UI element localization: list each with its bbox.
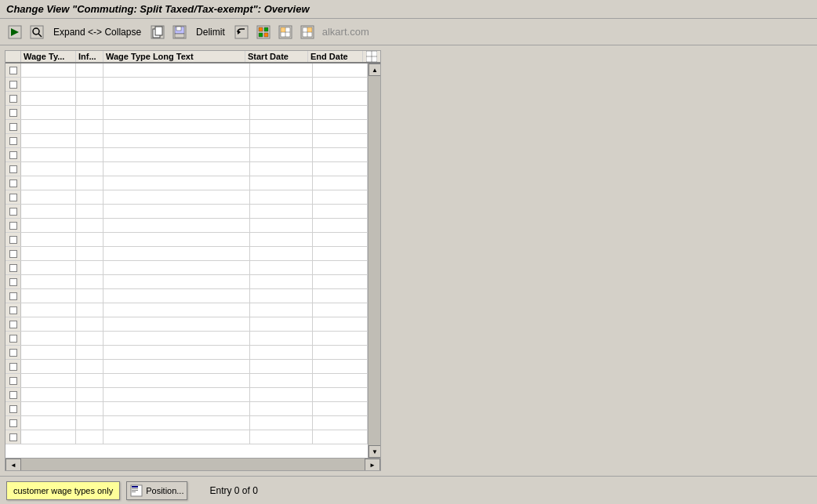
undo-button[interactable]: [231, 23, 252, 42]
cell-inf: [76, 205, 103, 218]
table-row[interactable]: [5, 416, 368, 430]
cell-startdate: [250, 219, 313, 232]
expand-collapse-button[interactable]: Expand <-> Collapse: [49, 24, 146, 40]
cell-startdate: [250, 430, 313, 444]
cell-startdate: [250, 78, 313, 91]
cell-startdate: [250, 148, 313, 161]
row-selector-cell: [5, 190, 21, 204]
cell-enddate: [313, 388, 368, 401]
table-row[interactable]: [5, 346, 368, 360]
table-row[interactable]: [5, 317, 368, 332]
cell-enddate: [313, 120, 368, 133]
table-row[interactable]: [5, 120, 368, 134]
row-selector-cell: [5, 219, 21, 232]
customer-wage-types-button[interactable]: customer wage types only: [6, 481, 120, 500]
find-button[interactable]: [27, 23, 47, 42]
table-row[interactable]: [5, 388, 368, 402]
cell-inf: [76, 106, 103, 119]
cell-enddate: [313, 303, 368, 317]
scroll-right-button[interactable]: ►: [365, 459, 380, 471]
save-icon: [172, 25, 187, 39]
table-row[interactable]: [5, 289, 368, 303]
cell-enddate: [313, 219, 368, 232]
cell-startdate: [250, 176, 313, 190]
table-row[interactable]: [5, 219, 368, 233]
table-row[interactable]: [5, 162, 368, 176]
table-row[interactable]: [5, 78, 368, 92]
cell-longtext: [103, 134, 250, 147]
table-row[interactable]: [5, 233, 368, 247]
row-selector-cell: [5, 430, 21, 444]
grid-button-2[interactable]: [275, 23, 296, 42]
cell-wagety: [21, 233, 76, 246]
column-settings-icon[interactable]: [363, 51, 380, 62]
cell-startdate: [250, 63, 313, 77]
cell-startdate: [250, 233, 313, 246]
table-row[interactable]: [5, 430, 368, 444]
table-body: [5, 63, 368, 458]
right-area: [386, 50, 812, 471]
scroll-left-button[interactable]: ◄: [5, 459, 21, 471]
row-selector-cell: [5, 388, 21, 401]
vertical-scrollbar[interactable]: ▲ ▼: [368, 63, 380, 458]
cell-longtext: [103, 374, 250, 387]
cell-longtext: [103, 388, 250, 401]
scroll-track[interactable]: [369, 76, 380, 445]
grid-button-3[interactable]: [297, 23, 318, 42]
table-row[interactable]: [5, 205, 368, 219]
cell-inf: [76, 430, 103, 444]
table-row[interactable]: [5, 303, 368, 317]
find-icon: [30, 25, 44, 39]
table-row[interactable]: [5, 148, 368, 162]
scroll-down-button[interactable]: ▼: [369, 445, 380, 458]
svg-rect-7: [155, 27, 162, 35]
row-selector-cell: [5, 134, 21, 147]
cell-startdate: [250, 416, 313, 430]
cell-wagety: [21, 289, 76, 303]
table-row[interactable]: [5, 176, 368, 190]
cell-longtext: [103, 402, 250, 415]
cell-inf: [76, 303, 103, 317]
table-row[interactable]: [5, 360, 368, 374]
svg-rect-15: [259, 27, 263, 31]
table-row[interactable]: [5, 275, 368, 289]
table-row[interactable]: [5, 106, 368, 120]
scroll-up-button[interactable]: ▲: [369, 63, 380, 76]
horizontal-scrollbar-area: ◄ ►: [5, 458, 380, 470]
cell-wagety: [21, 134, 76, 147]
row-selector-cell: [5, 346, 21, 359]
save-button[interactable]: [169, 23, 190, 42]
row-selector-cell: [5, 205, 21, 218]
cell-startdate: [250, 162, 313, 176]
cell-inf: [76, 92, 103, 105]
grid-button-1[interactable]: [253, 23, 274, 42]
cell-enddate: [313, 275, 368, 288]
delimit-button[interactable]: Delimit: [191, 24, 230, 40]
row-selector-cell: [5, 360, 21, 373]
table-row[interactable]: [5, 134, 368, 148]
cell-enddate: [313, 317, 368, 331]
row-selector-cell: [5, 261, 21, 274]
execute-button[interactable]: [5, 23, 25, 42]
cell-longtext: [103, 303, 250, 317]
scroll-horizontal-track[interactable]: [21, 459, 365, 470]
position-icon: [130, 484, 143, 497]
table-row[interactable]: [5, 63, 368, 78]
table-row[interactable]: [5, 92, 368, 106]
row-selector-cell: [5, 63, 21, 77]
table-row[interactable]: [5, 190, 368, 205]
copy-button[interactable]: [147, 23, 168, 42]
cell-enddate: [313, 162, 368, 176]
toolbar: Expand <-> Collapse Delimit: [0, 19, 817, 45]
status-bar: customer wage types only Position... Ent…: [0, 476, 817, 504]
row-selector-cell: [5, 317, 21, 331]
svg-rect-17: [259, 33, 263, 37]
table-row[interactable]: [5, 247, 368, 261]
svg-rect-11: [175, 34, 184, 38]
table-row[interactable]: [5, 374, 368, 388]
table-row[interactable]: [5, 261, 368, 275]
table-row[interactable]: [5, 332, 368, 346]
row-selector-cell: [5, 303, 21, 317]
table-row[interactable]: [5, 402, 368, 416]
position-button[interactable]: Position...: [126, 481, 187, 500]
